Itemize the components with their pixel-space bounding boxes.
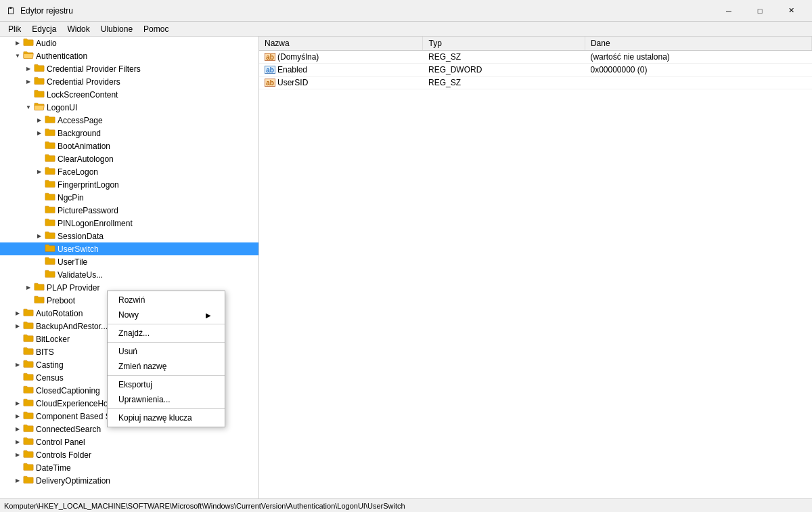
table-row-1[interactable]: abEnabledREG_DWORD0x00000000 (0) <box>259 63 812 76</box>
expand-btn-connectedsearch[interactable]: ▶ <box>12 424 23 435</box>
expand-btn-sessiondata[interactable]: ▶ <box>34 231 45 242</box>
table-row-2[interactable]: abUserSIDREG_SZ <box>259 76 812 89</box>
folder-icon-validateus <box>45 269 58 280</box>
maximize-button[interactable]: □ <box>744 0 775 22</box>
expand-btn-accesspage[interactable]: ▶ <box>34 115 45 126</box>
expand-btn-backupandrestore[interactable]: ▶ <box>12 321 23 332</box>
ctx-divider-after-zmien-nazwe <box>108 375 225 376</box>
expand-btn-ngcpin <box>34 192 45 203</box>
ctx-item-eksportuj[interactable]: Eksportuj <box>108 377 225 392</box>
folder-icon-datetime <box>23 462 36 473</box>
ctx-item-kopiuj-nazwe[interactable]: Kopiuj nazwę klucza <box>108 410 225 425</box>
ctx-divider-after-znajdz <box>108 342 225 343</box>
tree-item-datetime[interactable]: DateTime <box>0 461 258 474</box>
expand-btn-cloudexperiencehost[interactable]: ▶ <box>12 398 23 409</box>
expand-btn-datetime <box>12 463 23 473</box>
tree-label-clearautologon: ClearAutologon <box>58 154 114 164</box>
cell-data-2 <box>585 76 811 89</box>
cell-type-2: REG_SZ <box>423 76 585 89</box>
folder-icon-logonui <box>34 102 47 113</box>
tree-label-audio: Audio <box>36 39 57 48</box>
tree-item-controlsfolder[interactable]: ▶ Controls Folder <box>0 448 258 461</box>
tree-item-ngcpin[interactable]: NgcPin <box>0 191 258 204</box>
expand-btn-controlpanel[interactable]: ▶ <box>12 437 23 448</box>
folder-icon-census <box>23 372 36 383</box>
ctx-item-uprawnienia[interactable]: Uprawnienia... <box>108 392 225 407</box>
reg-icon-2: ab <box>265 79 275 87</box>
expand-btn-cred-providers[interactable]: ▶ <box>23 77 34 87</box>
tree-item-clearautologon[interactable]: ClearAutologon <box>0 152 258 165</box>
expand-btn-deliveryoptimization[interactable]: ▶ <box>12 475 23 486</box>
tree-item-cred-providers[interactable]: ▶ Credential Providers <box>0 75 258 88</box>
menu-widok[interactable]: Widok <box>62 23 95 35</box>
tree-item-background[interactable]: ▶ Background <box>0 127 258 140</box>
tree-label-bootanim: BootAnimation <box>58 142 110 151</box>
tree-item-picturepassword[interactable]: PicturePassword <box>0 204 258 217</box>
ctx-label-rozwin: Rozwiń <box>118 295 145 305</box>
folder-icon-closedcaptioning <box>23 385 36 396</box>
menu-pomoc[interactable]: Pomoc <box>138 23 174 35</box>
tree-item-pinlogon[interactable]: PINLogonEnrollment <box>0 217 258 230</box>
tree-item-usertile[interactable]: UserTile <box>0 255 258 268</box>
table-row-0[interactable]: ab(Domyślna)REG_SZ(wartość nie ustalona) <box>259 50 812 63</box>
tree-item-fingerprintlogon[interactable]: FingerprintLogon <box>0 178 258 191</box>
folder-icon-cred-provider-filters <box>34 63 47 74</box>
folder-icon-cloudexperiencehost <box>23 398 36 409</box>
ctx-item-zmien-nazwe[interactable]: Zmień nazwę <box>108 359 225 374</box>
tree-label-datetime: DateTime <box>36 463 71 473</box>
ctx-item-nowy[interactable]: Nowy▶ <box>108 307 225 322</box>
tree-item-deliveryoptimization[interactable]: ▶ DeliveryOptimization <box>0 474 258 487</box>
tree-item-bootanim[interactable]: BootAnimation <box>0 140 258 152</box>
menu-plik[interactable]: Plik <box>3 23 26 35</box>
folder-icon-facelogon <box>45 166 58 177</box>
tree-item-audio[interactable]: ▶ Audio <box>0 37 258 49</box>
expand-btn-authentication[interactable]: ▼ <box>12 51 23 62</box>
menu-bar: Plik Edycja Widok Ulubione Pomoc <box>0 22 812 37</box>
registry-data-table: Nazwa Typ Dane ab(Domyślna)REG_SZ(wartoś… <box>259 37 812 89</box>
tree-item-cred-provider-filters[interactable]: ▶ Credential Provider Filters <box>0 62 258 75</box>
tree-item-validateus[interactable]: ValidateUs... <box>0 268 258 281</box>
expand-btn-logonui[interactable]: ▼ <box>23 102 34 113</box>
cell-name-2: abUserSID <box>259 76 423 89</box>
tree-item-controlpanel[interactable]: ▶ Control Panel <box>0 435 258 448</box>
expand-btn-background[interactable]: ▶ <box>34 128 45 139</box>
close-button[interactable]: ✕ <box>775 0 807 22</box>
folder-icon-cred-providers <box>34 76 47 87</box>
folder-icon-userswitch <box>45 243 58 255</box>
ctx-item-znajdz[interactable]: Znajdź... <box>108 326 225 341</box>
tree-item-userswitch[interactable]: UserSwitch <box>0 242 258 255</box>
expand-btn-preboot <box>23 295 34 306</box>
expand-btn-casting[interactable]: ▶ <box>12 360 23 370</box>
main-content: ▶ Audio▼ Authentication▶ Credential Prov… <box>0 37 812 498</box>
expand-btn-controlsfolder[interactable]: ▶ <box>12 450 23 461</box>
expand-btn-componentbased[interactable]: ▶ <box>12 411 23 422</box>
tree-item-sessiondata[interactable]: ▶ SessionData <box>0 230 258 242</box>
folder-icon-casting <box>23 359 36 370</box>
expand-btn-autorotation[interactable]: ▶ <box>12 308 23 319</box>
title-bar: 🗒 Edytor rejestru ─ □ ✕ <box>0 0 812 22</box>
tree-item-facelogon[interactable]: ▶ FaceLogon <box>0 165 258 178</box>
reg-icon-0: ab <box>265 53 275 61</box>
menu-ulubione[interactable]: Ulubione <box>95 23 138 35</box>
menu-edycja[interactable]: Edycja <box>26 23 62 35</box>
expand-btn-facelogon[interactable]: ▶ <box>34 167 45 177</box>
folder-icon-connectedsearch <box>23 423 36 435</box>
tree-item-logonui[interactable]: ▼ LogonUI <box>0 101 258 114</box>
folder-icon-bitlocker <box>23 333 36 345</box>
tree-label-cred-providers: Credential Providers <box>47 77 120 87</box>
tree-label-lockscreen: LockScreenContent <box>47 90 118 100</box>
folder-icon-fingerprintlogon <box>45 179 58 190</box>
expand-btn-cred-provider-filters[interactable]: ▶ <box>23 64 34 74</box>
expand-btn-plapprovider[interactable]: ▶ <box>23 282 34 293</box>
tree-item-lockscreen[interactable]: LockScreenContent <box>0 88 258 101</box>
tree-item-authentication[interactable]: ▼ Authentication <box>0 49 258 62</box>
ctx-item-usun[interactable]: Usuń <box>108 344 225 359</box>
expand-btn-clearautologon <box>34 154 45 165</box>
ctx-label-nowy: Nowy <box>118 310 139 320</box>
ctx-item-rozwin[interactable]: Rozwiń <box>108 293 225 307</box>
tree-item-accesspage[interactable]: ▶ AccessPage <box>0 114 258 127</box>
minimize-button[interactable]: ─ <box>713 0 744 22</box>
tree-label-casting: Casting <box>36 360 64 370</box>
tree-label-sessiondata: SessionData <box>58 232 104 241</box>
expand-btn-audio[interactable]: ▶ <box>12 38 23 49</box>
